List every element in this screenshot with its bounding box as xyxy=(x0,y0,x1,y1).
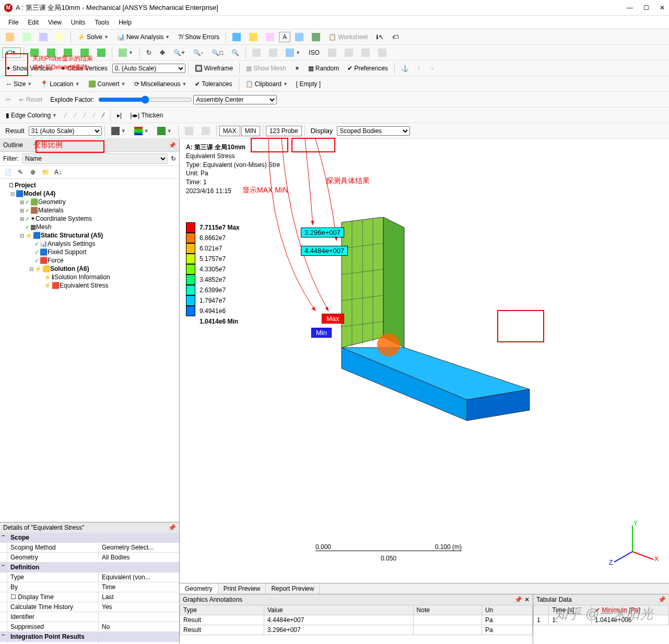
tree-icon-5[interactable]: A↓ xyxy=(53,168,63,177)
menu-help[interactable]: Help xyxy=(114,18,136,27)
prop-calc-history-v[interactable]: Yes xyxy=(99,602,179,612)
prop-int-point[interactable]: Integration Point Results xyxy=(7,632,99,641)
section-plane-icon[interactable] xyxy=(2,31,18,43)
edge-coloring-button[interactable]: ▮Edge Coloring▼ xyxy=(2,110,61,121)
ga-col-type[interactable]: Type xyxy=(180,605,264,615)
reset-button[interactable]: ⇤Reset xyxy=(16,94,46,105)
edge-5-icon[interactable]: ∕ xyxy=(99,110,108,121)
tb-icon-5[interactable] xyxy=(291,31,307,43)
tab-geometry[interactable]: Geometry xyxy=(180,583,218,594)
display-select[interactable]: Scoped Bodies xyxy=(337,126,410,136)
outline-pin-icon[interactable]: 📌 xyxy=(169,142,176,149)
remote-point-icon[interactable] xyxy=(19,31,34,43)
tree-sol-info[interactable]: ⚡ℹ Solution Information xyxy=(2,273,177,281)
ga-col-note[interactable]: Note xyxy=(413,605,482,615)
prop-geometry-v[interactable]: All Bodies xyxy=(99,553,179,562)
result-scale-select[interactable]: 31 (Auto Scale) xyxy=(29,126,102,136)
zoom-fit-icon[interactable]: 🔍□ xyxy=(208,47,227,58)
filter-select[interactable]: Name xyxy=(22,153,168,164)
prop-definition[interactable]: Definition xyxy=(7,563,99,572)
zoom-box-icon[interactable]: 🔍 xyxy=(228,47,243,58)
contour-icon[interactable]: ▼ xyxy=(131,125,152,137)
view-icon-4[interactable] xyxy=(324,47,340,58)
probe-cursor-icon[interactable] xyxy=(181,125,197,137)
scale-select[interactable]: 0. (Auto Scale) xyxy=(112,64,185,73)
tab-report-preview[interactable]: Report Preview xyxy=(266,583,320,594)
menu-edit[interactable]: Edit xyxy=(24,18,43,27)
prop-identifier-v[interactable] xyxy=(99,612,179,622)
maximize-button[interactable]: ☐ xyxy=(643,4,649,11)
tree-icon-1[interactable]: 📄 xyxy=(3,168,13,177)
random-button[interactable]: ▦Random xyxy=(304,63,343,74)
show-mesh-button[interactable]: ▦Show Mesh xyxy=(242,63,290,74)
ga-col-unit[interactable]: Un xyxy=(482,605,532,615)
right-icon[interactable]: → xyxy=(425,63,439,74)
tree-fixed[interactable]: ✓🟦 Fixed Support xyxy=(2,248,177,256)
anchor-icon[interactable]: ⚓ xyxy=(397,63,413,74)
tb-icon-3[interactable] xyxy=(262,31,278,43)
view-icon-3[interactable]: ▼ xyxy=(282,47,304,58)
tb-icon-6[interactable] xyxy=(308,31,324,43)
cursor-mode-icon[interactable]: ▼ xyxy=(115,47,137,58)
misc-button[interactable]: ⟳Miscellaneous▼ xyxy=(131,79,191,89)
min-marker[interactable]: Min xyxy=(311,328,332,338)
tb-icon-2[interactable] xyxy=(245,31,261,43)
tree-eq-stress[interactable]: ⚡🟥 Equivalent Stress xyxy=(2,281,177,290)
prop-scoping-method-v[interactable]: Geometry Select... xyxy=(99,543,179,552)
clipboard-button[interactable]: 📋Clipboard▼ xyxy=(242,79,291,89)
tolerances-button[interactable]: ✔Tolerances xyxy=(191,79,236,89)
tree-model[interactable]: ⊟🟦 Model (A4) xyxy=(2,189,177,198)
show-errors-button[interactable]: ?/Show Errors xyxy=(174,32,223,42)
edges-icon[interactable]: ▼ xyxy=(154,125,175,137)
new-analysis-button[interactable]: 📊New Analysis▼ xyxy=(113,32,173,42)
menu-view[interactable]: View xyxy=(44,18,66,27)
probe-button[interactable]: 123 Probe xyxy=(266,126,302,136)
up-icon[interactable]: ↑ xyxy=(414,63,424,74)
explode-icon[interactable]: ✂ xyxy=(2,94,15,105)
chart-icon[interactable] xyxy=(52,31,68,43)
tag-icon[interactable]: 🏷 xyxy=(389,32,402,42)
tree-force[interactable]: ✓🟥 Force xyxy=(2,256,177,265)
convert-button[interactable]: 🟩Convert▼ xyxy=(85,79,130,89)
solve-button[interactable]: ⚡Solve▼ xyxy=(74,32,112,42)
size-button[interactable]: ↔Size▼ xyxy=(2,79,36,89)
max-marker[interactable]: Max xyxy=(322,314,344,324)
view-icon-2[interactable] xyxy=(265,47,281,58)
edge-4-icon[interactable]: ∕ xyxy=(90,110,98,121)
label-tool-icon[interactable]: 🏷↖ xyxy=(2,47,21,58)
prop-by-v[interactable]: Time xyxy=(99,582,179,592)
info-icon[interactable]: ℹ↖ xyxy=(372,32,388,42)
tree-materials[interactable]: ⊞✓🟫 Materials xyxy=(2,206,177,214)
tree-project[interactable]: 🗋 Project xyxy=(2,181,177,189)
thicken-marker-icon[interactable]: ▸| xyxy=(113,110,125,121)
tree-geometry[interactable]: ⊞✓🟩 Geometry xyxy=(2,198,177,206)
tab-print-preview[interactable]: Print Preview xyxy=(218,583,266,594)
minimize-button[interactable]: — xyxy=(627,4,633,11)
location-button[interactable]: 📍Location▼ xyxy=(37,79,83,89)
prop-suppressed-v[interactable]: No xyxy=(99,622,179,631)
prop-display-time-v[interactable]: Last xyxy=(99,592,179,602)
triad-icon[interactable]: ✴ xyxy=(291,63,303,74)
tree-icon-4[interactable]: 📁 xyxy=(41,168,50,177)
pan-icon[interactable]: ✥ xyxy=(156,47,169,58)
zoom-out-icon[interactable]: 🔍- xyxy=(190,47,207,58)
td-pin-icon[interactable]: 📌 xyxy=(658,596,666,603)
tree-coord[interactable]: ⊞✓✴ Coordinate Systems xyxy=(2,214,177,223)
assembly-center-select[interactable]: Assembly Center xyxy=(193,95,277,104)
tb-icon-1[interactable] xyxy=(229,31,244,43)
orientation-triad[interactable]: Y X Z xyxy=(606,520,659,573)
prop-type-v[interactable]: Equivalent (von... xyxy=(99,573,179,582)
details-pin-icon[interactable]: 📌 xyxy=(168,524,176,531)
tree-analysis-settings[interactable]: ✓📊 Analysis Settings xyxy=(2,240,177,248)
edge-1-icon[interactable]: ∕ xyxy=(62,110,70,121)
thicken-button[interactable]: |◂▸|Thicken xyxy=(126,110,167,121)
ga-pin-icon[interactable]: 📌 xyxy=(514,596,522,603)
menu-tools[interactable]: Tools xyxy=(90,18,113,27)
iso-view-icon[interactable]: ISO xyxy=(305,47,323,58)
tb-icon-4[interactable]: A xyxy=(279,32,290,42)
ga-col-value[interactable]: Value xyxy=(264,605,413,615)
menu-file[interactable]: File xyxy=(4,18,22,27)
prop-scope[interactable]: Scope xyxy=(7,533,99,542)
rotate-icon[interactable]: ↻ xyxy=(143,47,155,58)
view-icon-1[interactable] xyxy=(249,47,264,58)
